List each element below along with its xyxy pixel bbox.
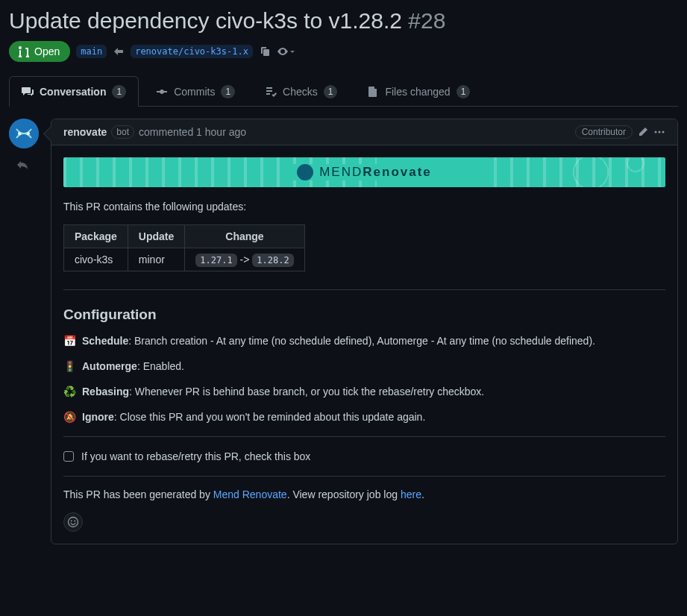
tab-count: 1 (112, 85, 126, 98)
task-text: If you want to rebase/retry this PR, che… (81, 450, 310, 462)
rebase-task-item[interactable]: If you want to rebase/retry this PR, che… (63, 449, 665, 464)
tab-files[interactable]: Files changed 1 (354, 76, 483, 107)
tab-label: Conversation (40, 86, 106, 98)
svg-point-1 (18, 132, 21, 135)
config-rebasing: ♻️ Rebasing: Whenever PR is behind base … (63, 386, 665, 397)
tab-commits[interactable]: Commits 1 (143, 76, 248, 107)
renovate-banner: MENDRenovate (63, 157, 665, 187)
banner-text: MENDRenovate (319, 165, 432, 180)
author-avatar[interactable] (9, 119, 39, 148)
checkbox-icon[interactable] (63, 451, 74, 462)
file-diff-icon (367, 86, 379, 98)
tab-label: Commits (174, 86, 215, 98)
comment-container: renovate bot commented 1 hour ago Contri… (51, 119, 678, 544)
git-pull-request-icon (18, 45, 30, 57)
divider (63, 436, 665, 437)
comment-author[interactable]: renovate (63, 126, 107, 138)
updates-table: Package Update Change civo-k3s minor 1.2… (63, 224, 305, 271)
config-schedule: 📅 Schedule: Branch creation - At any tim… (63, 335, 665, 347)
svg-point-8 (74, 521, 75, 522)
svg-point-4 (659, 131, 661, 133)
base-branch[interactable]: main (76, 45, 107, 58)
reply-icon (16, 159, 39, 171)
th-change: Change (185, 225, 304, 248)
state-badge: Open (9, 41, 70, 62)
cell-package: civo-k3s (64, 248, 128, 271)
copy-icon[interactable] (259, 45, 271, 57)
config-ignore: 🔕 Ignore: Close this PR and you won't be… (63, 411, 665, 423)
watch-dropdown[interactable] (277, 45, 295, 57)
git-commit-icon (156, 86, 168, 98)
version-to: 1.28.2 (252, 254, 293, 267)
footer-text: This PR has been generated by Mend Renov… (63, 488, 665, 500)
mend-renovate-link[interactable]: Mend Renovate (213, 488, 287, 500)
recycle-icon: ♻️ (63, 386, 76, 397)
tab-label: Checks (283, 86, 318, 98)
svg-point-7 (71, 521, 72, 522)
tab-label: Files changed (385, 86, 450, 98)
head-branch[interactable]: renovate/civo-k3s-1.x (131, 45, 253, 58)
pr-number: #28 (408, 8, 445, 33)
cell-change: 1.27.1 -> 1.28.2 (185, 248, 304, 271)
th-package: Package (64, 225, 128, 248)
job-log-link[interactable]: here (401, 488, 421, 500)
tab-count: 1 (324, 85, 338, 98)
svg-point-3 (655, 131, 657, 133)
version-from: 1.27.1 (195, 254, 236, 267)
traffic-light-icon: 🚦 (63, 360, 76, 372)
comment-time: commented 1 hour ago (139, 126, 246, 138)
arrow-left-icon (113, 45, 125, 57)
comment-header: renovate bot commented 1 hour ago Contri… (51, 119, 677, 145)
svg-point-2 (27, 132, 30, 135)
calendar-icon: 📅 (63, 335, 76, 347)
checklist-icon (265, 86, 277, 98)
smiley-icon (67, 516, 79, 528)
kebab-icon[interactable] (653, 126, 665, 138)
comment-discussion-icon (22, 86, 34, 98)
config-automerge: 🚦 Automerge: Enabled. (63, 360, 665, 372)
divider (63, 289, 665, 290)
association-badge: Contributor (575, 125, 633, 139)
svg-point-5 (662, 131, 665, 133)
tab-conversation[interactable]: Conversation 1 (9, 76, 139, 107)
tab-bar: Conversation 1 Commits 1 Checks 1 Files … (9, 75, 678, 107)
bot-badge: bot (111, 125, 134, 139)
table-row: civo-k3s minor 1.27.1 -> 1.28.2 (64, 248, 305, 271)
tab-checks[interactable]: Checks 1 (252, 76, 350, 107)
divider (63, 476, 665, 477)
pr-title: Update dependency civo-k3s to v1.28.2 #2… (9, 6, 678, 35)
configuration-heading: Configuration (63, 307, 665, 323)
pr-meta-row: Open main renovate/civo-k3s-1.x (9, 41, 678, 62)
add-reaction-button[interactable] (63, 512, 83, 532)
tab-count: 1 (457, 85, 471, 98)
edit-icon[interactable] (637, 126, 649, 138)
mend-logo-icon (297, 164, 313, 180)
tab-count: 1 (221, 85, 235, 98)
intro-text: This PR contains the following updates: (63, 201, 665, 213)
bell-mute-icon: 🔕 (63, 411, 76, 423)
cell-update: minor (128, 248, 184, 271)
svg-point-6 (69, 518, 78, 527)
th-update: Update (128, 225, 184, 248)
